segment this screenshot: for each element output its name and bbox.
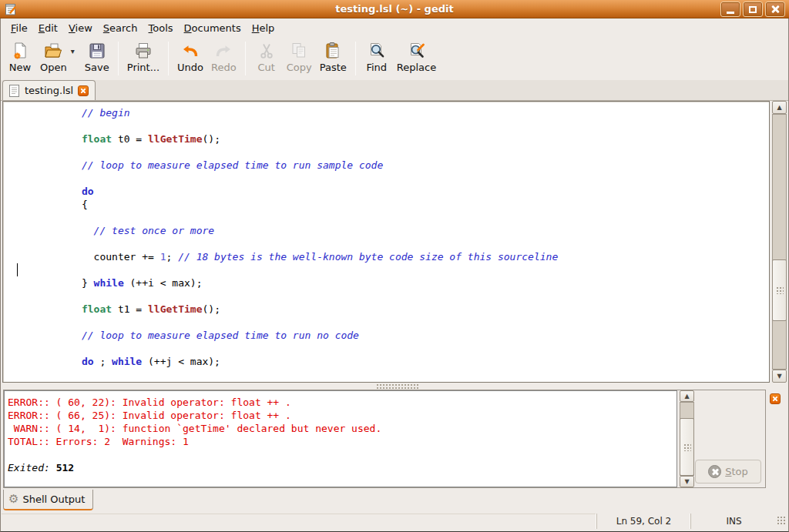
- gears-icon: ⚙: [8, 494, 18, 505]
- open-label: Open: [40, 62, 67, 73]
- menu-file[interactable]: File: [5, 20, 33, 36]
- scroll-down-icon[interactable]: ▼: [772, 370, 787, 383]
- gedit-notepad-icon: [4, 2, 18, 16]
- minimize-button[interactable]: [720, 2, 740, 17]
- thumb-grip: [776, 286, 784, 294]
- redo-arrow-icon: [213, 41, 233, 61]
- splitter-grip-icon[interactable]: [376, 383, 419, 389]
- magnifier-icon: [367, 41, 387, 61]
- shell-tab-label: Shell Output: [22, 494, 85, 505]
- close-icon: [771, 5, 780, 14]
- editor-scrollbar[interactable]: ▲ ▼: [771, 101, 788, 383]
- scroll-down-icon[interactable]: ▼: [680, 476, 694, 487]
- shell-output-text[interactable]: ERROR:: ( 60, 22): Invalid operator: flo…: [4, 390, 677, 487]
- cut-button[interactable]: Cut: [250, 39, 283, 74]
- replace-label: Replace: [397, 62, 436, 73]
- statusbar: Ln 59, Col 2 INS: [1, 511, 788, 531]
- menu-tools[interactable]: Tools: [143, 20, 179, 36]
- menu-view[interactable]: View: [63, 20, 98, 36]
- save-button[interactable]: Save: [81, 39, 113, 74]
- print-button[interactable]: Print...: [123, 39, 163, 74]
- clipboard-icon: [323, 41, 343, 61]
- printer-icon: [133, 41, 153, 61]
- titlebar[interactable]: testing.lsl (~) - gedit: [0, 0, 789, 18]
- redo-label: Redo: [211, 62, 237, 73]
- new-button[interactable]: New: [4, 39, 36, 74]
- copy-pages-icon: [289, 41, 309, 61]
- menu-search[interactable]: Search: [98, 20, 143, 36]
- menu-documents[interactable]: Documents: [179, 20, 247, 36]
- redo-button[interactable]: Redo: [207, 39, 240, 74]
- copy-button[interactable]: Copy: [283, 39, 316, 74]
- menu-edit[interactable]: Edit: [33, 20, 63, 36]
- undo-label: Undo: [177, 62, 203, 73]
- document-icon: [8, 85, 20, 97]
- undo-button[interactable]: Undo: [173, 39, 207, 74]
- open-dropdown-arrow[interactable]: ▾: [71, 47, 75, 55]
- maximize-button[interactable]: [743, 2, 763, 17]
- scroll-up-icon[interactable]: ▲: [772, 101, 787, 114]
- cut-label: Cut: [257, 62, 274, 73]
- paste-button[interactable]: Paste: [316, 39, 351, 74]
- undo-arrow-icon: [180, 41, 200, 61]
- document-tabstrip: testing.lsl: [1, 80, 788, 101]
- paste-label: Paste: [320, 62, 347, 73]
- find-label: Find: [366, 62, 387, 73]
- save-floppy-icon: [87, 41, 107, 61]
- open-folder-icon: [43, 41, 63, 61]
- toolbar-separator: [168, 42, 169, 75]
- close-button[interactable]: [765, 2, 785, 17]
- menubar: File Edit View Search Tools Documents He…: [1, 18, 788, 37]
- tab-testing-lsl[interactable]: testing.lsl: [2, 80, 96, 100]
- shell-scrollbar[interactable]: ▲ ▼: [679, 390, 696, 487]
- maximize-icon: [749, 6, 757, 13]
- new-document-icon: [10, 41, 30, 61]
- replace-button[interactable]: Replace: [393, 39, 440, 74]
- find-button[interactable]: Find: [361, 39, 393, 74]
- shell-output-panel: ERROR:: ( 60, 22): Invalid operator: flo…: [3, 390, 766, 488]
- scrollbar-trough[interactable]: [772, 114, 787, 370]
- minimize-icon: [727, 12, 734, 14]
- stop-icon: [708, 465, 721, 478]
- toolbar-separator: [118, 42, 119, 75]
- open-button[interactable]: Open: [36, 39, 71, 74]
- magnifier-pencil-icon: [407, 41, 427, 61]
- tab-close-icon[interactable]: [78, 85, 89, 96]
- scrollbar-thumb[interactable]: [772, 259, 787, 321]
- save-label: Save: [85, 62, 109, 73]
- toolbar-separator: [245, 42, 246, 75]
- window-title: testing.lsl (~) - gedit: [0, 3, 789, 15]
- toolbar-separator: [355, 42, 356, 75]
- scrollbar-thumb[interactable]: [680, 418, 694, 476]
- statusbar-filler: [2, 514, 596, 529]
- pane-splitter[interactable]: [1, 383, 788, 390]
- copy-label: Copy: [287, 62, 312, 73]
- text-caret: [17, 263, 18, 276]
- new-label: New: [9, 62, 31, 73]
- scissors-icon: [257, 41, 277, 61]
- scroll-up-icon[interactable]: ▲: [680, 390, 694, 402]
- gedit-window: testing.lsl (~) - gedit File Edit View S…: [0, 0, 789, 532]
- cursor-position: Ln 59, Col 2: [596, 514, 690, 529]
- input-mode: INS: [690, 514, 777, 529]
- thumb-grip: [683, 443, 691, 451]
- resize-grip[interactable]: [777, 516, 787, 526]
- stop-label: Stop: [725, 466, 748, 477]
- stop-button[interactable]: Stop: [695, 460, 761, 483]
- bottom-tabstrip: ⚙ Shell Output: [1, 488, 788, 511]
- code-area[interactable]: // begin float t0 = llGetTime(); // loop…: [3, 102, 769, 382]
- toolbar: New Open ▾ S: [1, 37, 788, 80]
- panel-close-icon[interactable]: [770, 393, 781, 404]
- tab-label: testing.lsl: [25, 85, 73, 96]
- print-label: Print...: [127, 62, 159, 73]
- menu-help[interactable]: Help: [247, 20, 280, 36]
- tab-shell-output[interactable]: ⚙ Shell Output: [3, 490, 93, 510]
- text-editor[interactable]: // begin float t0 = llGetTime(); // loop…: [2, 101, 770, 383]
